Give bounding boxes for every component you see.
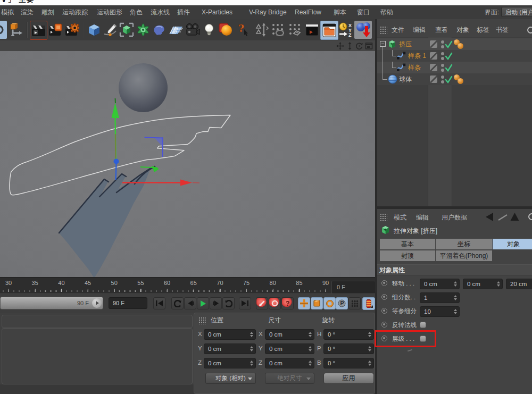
om-menu-file[interactable]: 文件 (392, 26, 404, 35)
keyframe-circle-icon[interactable] (381, 280, 387, 286)
movement-y-field[interactable]: 0 cm (463, 279, 503, 289)
rot-b-field[interactable]: 0 ° (323, 358, 374, 368)
tag-icon[interactable] (458, 78, 463, 84)
tree-label-sphere[interactable]: 球体 (399, 75, 412, 84)
current-frame-field[interactable]: 0 F (331, 281, 376, 294)
cube-primitive-icon[interactable] (86, 21, 102, 39)
apply-button[interactable]: 应用 (323, 373, 374, 384)
pos-x-field[interactable]: 0 cm (204, 329, 256, 340)
layer-swatch-icon[interactable] (430, 40, 437, 48)
keyframe-circle-icon[interactable] (381, 294, 387, 300)
snap-grid-2-icon[interactable] (287, 21, 303, 39)
tab-basic[interactable]: 基本 (380, 239, 435, 249)
viewport-zoom-icon[interactable] (346, 42, 354, 50)
attribute-manager-drag-handle-icon[interactable] (380, 213, 387, 222)
render-settings-icon[interactable] (64, 21, 80, 39)
pos-z-field[interactable]: 0 cm (204, 358, 256, 368)
screen-render-icon[interactable] (305, 21, 319, 39)
viewport-pan-icon[interactable] (336, 42, 344, 50)
menu-realflow[interactable]: RealFlow (295, 5, 321, 19)
tab-caps[interactable]: 封顶 (380, 250, 435, 261)
enabled-check-icon[interactable] (444, 64, 453, 72)
bridge-spheres-icon[interactable] (354, 21, 372, 39)
subdivision-field[interactable]: 1 (420, 292, 460, 303)
render-view-icon[interactable] (30, 21, 47, 40)
help-cursor-icon[interactable]: ? (236, 21, 253, 39)
am-menu-userdata[interactable]: 用户数据 (442, 213, 467, 222)
menu-window[interactable]: 窗口 (357, 5, 370, 19)
menu-sculpt[interactable]: 雕刻 (41, 5, 54, 19)
om-menu-view[interactable]: 查看 (435, 26, 448, 35)
range-slider-grip[interactable] (92, 298, 102, 308)
om-menu-edit[interactable]: 编辑 (413, 26, 426, 35)
coordinate-mode-dropdown[interactable]: 对象 (相对) (205, 373, 256, 384)
next-frame-button[interactable] (210, 297, 222, 309)
spinner-icon[interactable] (308, 332, 312, 337)
enabled-check-icon[interactable] (444, 40, 453, 48)
flip-normals-checkbox[interactable] (420, 322, 426, 328)
spinner-icon[interactable] (250, 332, 254, 337)
am-menu-mode[interactable]: 模式 (394, 213, 406, 222)
om-search-icon[interactable] (527, 27, 532, 33)
layer-swatch-icon[interactable] (430, 76, 437, 83)
snap-grid-1-icon[interactable] (270, 21, 286, 39)
movement-x-field[interactable]: 0 cm (420, 279, 460, 289)
history-back-icon[interactable] (485, 213, 494, 221)
history-forward-icon[interactable] (497, 213, 508, 221)
menu-pipeline[interactable]: 流水线 (151, 5, 170, 19)
spinner-icon[interactable] (496, 281, 501, 287)
interface-dropdown[interactable]: 启动 (用户 (501, 7, 532, 17)
volume-blob-icon[interactable] (152, 21, 168, 39)
autokey-button[interactable] (269, 297, 281, 309)
floor-grid-icon[interactable] (168, 21, 184, 39)
tab-phong[interactable]: 平滑着色(Phong) (436, 250, 492, 261)
spinner-icon[interactable] (368, 346, 372, 351)
menu-character[interactable]: 角色 (130, 5, 143, 19)
menu-motion-tracker[interactable]: 运动跟踪 (62, 5, 88, 19)
render-region-icon[interactable] (47, 21, 63, 39)
menu-help[interactable]: 帮助 (380, 5, 393, 19)
tree-label-extrude[interactable]: 挤压 (399, 40, 412, 49)
spline-pen-icon[interactable] (102, 21, 118, 39)
play-forward-button[interactable] (197, 297, 209, 309)
keyframe-circle-icon[interactable] (381, 308, 387, 314)
content-browser-folder-icon[interactable] (320, 21, 338, 40)
am-search-icon[interactable] (528, 213, 532, 220)
tree-row-sphere[interactable]: 球体 (377, 73, 532, 85)
size-x-field[interactable]: 0 cm (265, 329, 314, 340)
parent-object-icon[interactable] (510, 212, 519, 221)
viewport-3d[interactable] (0, 51, 375, 277)
menu-xparticles[interactable]: X-Particles (202, 5, 232, 19)
layer-swatch-icon[interactable] (430, 64, 437, 71)
material-icon[interactable] (217, 21, 234, 39)
rot-p-field[interactable]: 0 ° (323, 343, 374, 354)
loop-button[interactable] (222, 297, 235, 309)
tab-object[interactable]: 对象 (493, 239, 532, 249)
go-to-start-button[interactable] (153, 297, 165, 309)
spinner-icon[interactable] (453, 309, 458, 314)
om-menu-tags[interactable]: 标签 (477, 26, 489, 35)
spinner-icon[interactable] (453, 295, 458, 300)
tree-row-spline1[interactable]: 样条 1 (377, 50, 532, 62)
menu-script[interactable]: 脚本 (334, 5, 346, 19)
timeline-ruler[interactable]: 30 35 40 45 50 55 60 65 70 75 80 85 90 0… (0, 277, 375, 294)
movement-z-field[interactable]: 20 cm (506, 279, 532, 289)
xyz-coordinates-icon[interactable]: XYZ (338, 21, 354, 39)
tree-row-extrude[interactable]: 挤压 (377, 38, 532, 50)
viewport-maximize-icon[interactable] (365, 42, 373, 50)
key-position-button[interactable] (298, 297, 310, 309)
om-menu-bookmarks[interactable]: 书签 (496, 26, 509, 35)
coordinates-drag-handle-icon[interactable] (198, 317, 206, 324)
spinner-icon[interactable] (368, 361, 372, 366)
preview-range-slider[interactable]: 90 F (0, 297, 103, 309)
subdivision-surface-icon[interactable] (119, 21, 135, 39)
play-backwards-button[interactable] (171, 297, 184, 309)
pos-y-field[interactable]: 0 cm (204, 343, 256, 354)
menu-plugins[interactable]: 插件 (177, 5, 190, 19)
menu-vray-bridge[interactable]: V-Ray Bridge (249, 5, 287, 19)
size-y-field[interactable]: 0 cm (265, 343, 314, 354)
layer-swatch-icon[interactable] (430, 52, 437, 60)
enabled-check-icon[interactable] (444, 52, 453, 60)
keyframe-circle-icon[interactable] (381, 322, 387, 328)
am-menu-edit[interactable]: 编辑 (416, 213, 429, 222)
